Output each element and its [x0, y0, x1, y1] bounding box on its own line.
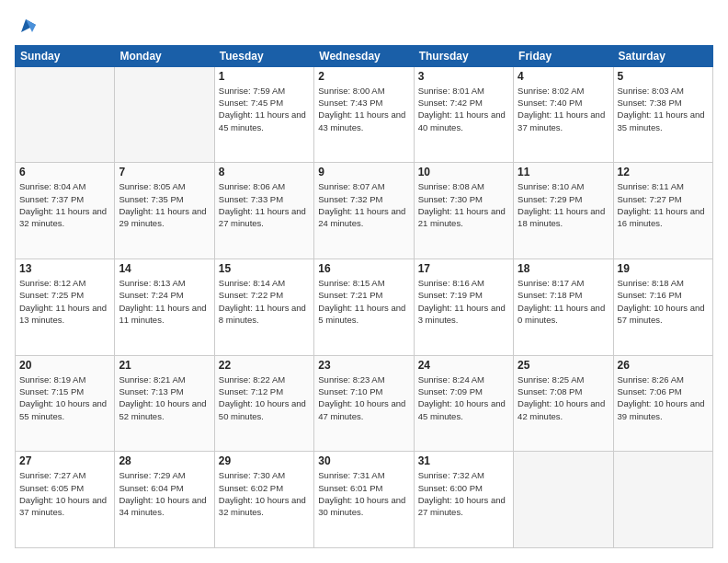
day-number: 31 [418, 454, 509, 467]
calendar-cell: 26Sunrise: 8:26 AM Sunset: 7:06 PM Dayli… [613, 355, 712, 452]
day-info: Sunrise: 7:30 AM Sunset: 6:02 PM Dayligh… [219, 469, 310, 518]
calendar-cell: 4Sunrise: 8:02 AM Sunset: 7:40 PM Daylig… [514, 66, 613, 163]
day-info: Sunrise: 7:31 AM Sunset: 6:01 PM Dayligh… [318, 469, 409, 518]
calendar-cell: 21Sunrise: 8:21 AM Sunset: 7:13 PM Dayli… [115, 355, 214, 452]
day-number: 27 [19, 454, 110, 467]
day-info: Sunrise: 8:13 AM Sunset: 7:24 PM Dayligh… [119, 277, 210, 326]
day-info: Sunrise: 8:16 AM Sunset: 7:19 PM Dayligh… [418, 277, 509, 326]
day-info: Sunrise: 8:18 AM Sunset: 7:16 PM Dayligh… [618, 277, 709, 326]
day-info: Sunrise: 8:01 AM Sunset: 7:42 PM Dayligh… [418, 85, 509, 133]
week-row-2: 6Sunrise: 8:04 AM Sunset: 7:37 PM Daylig… [16, 163, 713, 259]
calendar-cell: 24Sunrise: 8:24 AM Sunset: 7:09 PM Dayli… [414, 355, 513, 452]
day-number: 30 [318, 454, 409, 467]
day-info: Sunrise: 8:23 AM Sunset: 7:10 PM Dayligh… [318, 373, 409, 422]
day-info: Sunrise: 7:29 AM Sunset: 6:04 PM Dayligh… [119, 469, 210, 518]
calendar-cell: 15Sunrise: 8:14 AM Sunset: 7:22 PM Dayli… [214, 259, 313, 356]
day-number: 13 [19, 262, 110, 275]
day-number: 2 [318, 70, 409, 83]
weekday-header-saturday: Saturday [613, 45, 712, 66]
logo-icon [16, 16, 36, 36]
week-row-5: 27Sunrise: 7:27 AM Sunset: 6:05 PM Dayli… [16, 452, 713, 548]
calendar-cell: 30Sunrise: 7:31 AM Sunset: 6:01 PM Dayli… [314, 452, 414, 548]
calendar-cell: 7Sunrise: 8:05 AM Sunset: 7:35 PM Daylig… [115, 163, 214, 259]
day-info: Sunrise: 8:24 AM Sunset: 7:09 PM Dayligh… [418, 373, 509, 422]
day-number: 15 [219, 262, 310, 275]
calendar-cell: 31Sunrise: 7:32 AM Sunset: 6:00 PM Dayli… [414, 452, 513, 548]
day-info: Sunrise: 8:11 AM Sunset: 7:27 PM Dayligh… [618, 180, 709, 229]
day-number: 7 [119, 166, 210, 178]
day-info: Sunrise: 8:00 AM Sunset: 7:43 PM Dayligh… [318, 85, 409, 133]
day-number: 23 [318, 359, 409, 372]
day-number: 9 [318, 166, 409, 178]
calendar-cell: 12Sunrise: 8:11 AM Sunset: 7:27 PM Dayli… [613, 163, 712, 259]
calendar-cell: 22Sunrise: 8:22 AM Sunset: 7:12 PM Dayli… [214, 355, 313, 452]
calendar-cell: 19Sunrise: 8:18 AM Sunset: 7:16 PM Dayli… [613, 259, 712, 356]
day-number: 21 [119, 359, 210, 372]
weekday-header-row: SundayMondayTuesdayWednesdayThursdayFrid… [16, 45, 713, 66]
calendar-cell: 27Sunrise: 7:27 AM Sunset: 6:05 PM Dayli… [16, 452, 115, 548]
day-info: Sunrise: 8:08 AM Sunset: 7:30 PM Dayligh… [418, 180, 509, 229]
weekday-header-thursday: Thursday [414, 45, 513, 66]
page: SundayMondayTuesdayWednesdayThursdayFrid… [0, 0, 728, 563]
day-info: Sunrise: 8:06 AM Sunset: 7:33 PM Dayligh… [219, 180, 310, 229]
calendar-cell [613, 452, 712, 548]
day-info: Sunrise: 8:12 AM Sunset: 7:25 PM Dayligh… [19, 277, 110, 326]
day-number: 16 [318, 262, 409, 275]
calendar-cell: 17Sunrise: 8:16 AM Sunset: 7:19 PM Dayli… [414, 259, 513, 356]
day-info: Sunrise: 8:04 AM Sunset: 7:37 PM Dayligh… [19, 180, 110, 229]
day-number: 18 [518, 262, 609, 275]
calendar-cell: 14Sunrise: 8:13 AM Sunset: 7:24 PM Dayli… [115, 259, 214, 356]
weekday-header-sunday: Sunday [16, 45, 115, 66]
calendar-cell: 23Sunrise: 8:23 AM Sunset: 7:10 PM Dayli… [314, 355, 414, 452]
day-number: 3 [418, 70, 509, 83]
day-info: Sunrise: 8:02 AM Sunset: 7:40 PM Dayligh… [518, 85, 609, 133]
weekday-header-monday: Monday [115, 45, 214, 66]
day-number: 8 [219, 166, 310, 178]
calendar-cell: 28Sunrise: 7:29 AM Sunset: 6:04 PM Dayli… [115, 452, 214, 548]
calendar-table: SundayMondayTuesdayWednesdayThursdayFrid… [15, 45, 713, 548]
weekday-header-friday: Friday [514, 45, 613, 66]
day-number: 20 [19, 359, 110, 372]
logo [15, 15, 36, 36]
calendar-cell: 6Sunrise: 8:04 AM Sunset: 7:37 PM Daylig… [16, 163, 115, 259]
calendar-cell [16, 66, 115, 163]
calendar-cell: 10Sunrise: 8:08 AM Sunset: 7:30 PM Dayli… [414, 163, 513, 259]
day-info: Sunrise: 8:22 AM Sunset: 7:12 PM Dayligh… [219, 373, 310, 422]
day-number: 11 [518, 166, 609, 178]
day-number: 14 [119, 262, 210, 275]
day-number: 4 [518, 70, 609, 83]
day-number: 17 [418, 262, 509, 275]
calendar-cell: 9Sunrise: 8:07 AM Sunset: 7:32 PM Daylig… [314, 163, 414, 259]
calendar-cell: 13Sunrise: 8:12 AM Sunset: 7:25 PM Dayli… [16, 259, 115, 356]
day-number: 28 [119, 454, 210, 467]
calendar-cell: 16Sunrise: 8:15 AM Sunset: 7:21 PM Dayli… [314, 259, 414, 356]
week-row-3: 13Sunrise: 8:12 AM Sunset: 7:25 PM Dayli… [16, 259, 713, 356]
day-info: Sunrise: 7:32 AM Sunset: 6:00 PM Dayligh… [418, 469, 509, 518]
day-number: 22 [219, 359, 310, 372]
day-info: Sunrise: 8:03 AM Sunset: 7:38 PM Dayligh… [618, 85, 709, 133]
day-info: Sunrise: 8:26 AM Sunset: 7:06 PM Dayligh… [618, 373, 709, 422]
day-number: 25 [518, 359, 609, 372]
calendar-cell [514, 452, 613, 548]
day-number: 24 [418, 359, 509, 372]
calendar-cell: 5Sunrise: 8:03 AM Sunset: 7:38 PM Daylig… [613, 66, 712, 163]
day-info: Sunrise: 8:21 AM Sunset: 7:13 PM Dayligh… [119, 373, 210, 422]
calendar-cell: 2Sunrise: 8:00 AM Sunset: 7:43 PM Daylig… [314, 66, 414, 163]
day-info: Sunrise: 8:14 AM Sunset: 7:22 PM Dayligh… [219, 277, 310, 326]
calendar-cell: 29Sunrise: 7:30 AM Sunset: 6:02 PM Dayli… [214, 452, 313, 548]
calendar-cell: 25Sunrise: 8:25 AM Sunset: 7:08 PM Dayli… [514, 355, 613, 452]
day-number: 19 [618, 262, 709, 275]
day-info: Sunrise: 8:10 AM Sunset: 7:29 PM Dayligh… [518, 180, 609, 229]
day-info: Sunrise: 7:59 AM Sunset: 7:45 PM Dayligh… [219, 85, 310, 133]
day-info: Sunrise: 8:07 AM Sunset: 7:32 PM Dayligh… [318, 180, 409, 229]
calendar-cell: 18Sunrise: 8:17 AM Sunset: 7:18 PM Dayli… [514, 259, 613, 356]
week-row-4: 20Sunrise: 8:19 AM Sunset: 7:15 PM Dayli… [16, 355, 713, 452]
day-number: 26 [618, 359, 709, 372]
day-number: 1 [219, 70, 310, 83]
day-info: Sunrise: 8:17 AM Sunset: 7:18 PM Dayligh… [518, 277, 609, 326]
calendar-cell: 3Sunrise: 8:01 AM Sunset: 7:42 PM Daylig… [414, 66, 513, 163]
day-info: Sunrise: 8:25 AM Sunset: 7:08 PM Dayligh… [518, 373, 609, 422]
day-info: Sunrise: 8:15 AM Sunset: 7:21 PM Dayligh… [318, 277, 409, 326]
day-number: 5 [618, 70, 709, 83]
day-info: Sunrise: 8:19 AM Sunset: 7:15 PM Dayligh… [19, 373, 110, 422]
